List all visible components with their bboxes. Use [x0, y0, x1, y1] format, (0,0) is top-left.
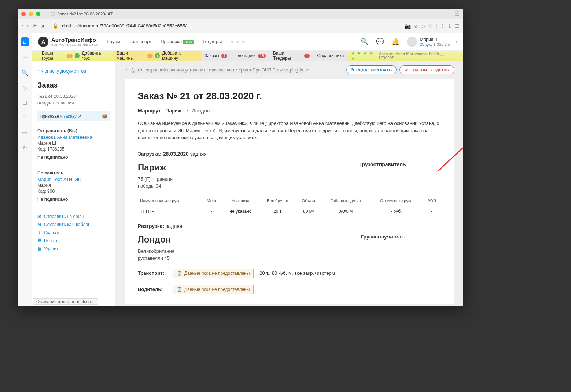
panel-news-icon[interactable]: ▭: [22, 129, 27, 136]
crypto-warning: ⚠ Для электронной подписи установите или…: [125, 67, 309, 73]
home-panel-icon[interactable]: ⌂: [21, 37, 29, 46]
nav-transport[interactable]: Транспорт: [129, 39, 152, 44]
edit-button[interactable]: ✎ РЕДАКТИРОВАТЬ: [346, 65, 397, 74]
sender-person: Мария Ш: [37, 141, 110, 146]
subnav-directories[interactable]: Справочники: [313, 51, 347, 61]
nav-tenders[interactable]: Тендеры: [202, 39, 222, 44]
heart-icon[interactable]: ♡: [428, 23, 433, 29]
panel-search-icon[interactable]: 🔍: [21, 69, 29, 76]
play-icon[interactable]: ▷: [421, 23, 425, 29]
action-delete[interactable]: 🗑Удалить: [37, 245, 110, 253]
user-days: 28 дн.,: [420, 42, 432, 47]
print-icon: 🖶: [37, 238, 42, 243]
brand-tagline: БИРЖА ГРУЗОПЕРЕВОЗОК: [51, 43, 98, 47]
table-row: ТНП (–)-не указано 20 т80 м³0/0/0 м - ру…: [138, 206, 441, 217]
mail-icon: ✉: [37, 214, 42, 219]
panel-grid-icon[interactable]: ⊞: [22, 99, 27, 106]
apps-grid-icon[interactable]: ⊞: [40, 23, 44, 29]
intro-text: ООО анна именуемое в дальнейшем «Заказчи…: [138, 120, 441, 141]
camera-icon[interactable]: 📷: [405, 23, 411, 29]
company-info: Иванова Анна Матвеевна, ИП Код: 1736205: [378, 51, 457, 60]
doc-type-title: Заказ: [37, 81, 110, 89]
external-link-icon: ↗: [78, 114, 81, 119]
notifications-icon[interactable]: 🔔: [391, 38, 399, 46]
subnav-tenders[interactable]: Ваши Тендеры1: [269, 51, 314, 61]
lock-icon: 🔒: [52, 23, 58, 29]
action-download[interactable]: ⤓Скачать: [37, 229, 110, 237]
sender-code: Код: 1736205: [37, 147, 110, 152]
nav-back-button[interactable]: ‹: [21, 23, 23, 29]
nav-more-icon[interactable]: ● ● ●: [231, 39, 246, 44]
loading-address: победы 34: [138, 182, 324, 190]
minimize-window-button[interactable]: [29, 12, 33, 16]
transport-row: Транспорт: ⌛Данные пока не предоставлены…: [138, 269, 441, 278]
nav-check[interactable]: ПроверкаNEW: [161, 39, 194, 44]
os-left-sidebar: ⌂ ☆ 🔍 ▷ ⊞ ♡ ▭ ↻: [18, 33, 32, 306]
tabs-menu-icon[interactable]: ☰: [454, 10, 460, 17]
download-icon[interactable]: ⤓: [447, 23, 452, 29]
downloads-tray-icon[interactable]: ☰: [455, 23, 460, 29]
loading-country: 75 (F), Франция: [138, 175, 324, 183]
subnav-orders[interactable]: Заказы4: [201, 51, 231, 61]
cancel-deal-button[interactable]: ⊘ ОТМЕНИТЬ СДЕЛКУ: [399, 65, 454, 74]
action-print[interactable]: 🖶Печать: [37, 237, 110, 245]
pending-badge: ⌛Данные пока не предоставлены: [173, 285, 254, 294]
url-field[interactable]: d.ati.su/document/738a00c39e744b04888d5d…: [62, 23, 401, 29]
status-bar: Ожидание ответа от d.ati.su…: [33, 298, 98, 305]
user-menu[interactable]: Мария Ш 28 дн., 1 026.2 ат. ▾: [407, 37, 457, 47]
reload-button[interactable]: ⟳: [33, 23, 37, 29]
pencil-icon: ✎: [351, 67, 354, 72]
site-sub-nav: Ваши грузы1 +Добавить груз Ваши машины1 …: [32, 51, 463, 61]
pending-badge: ⌛Данные пока не предоставлены: [173, 269, 254, 278]
site-logo[interactable]: А АвтоТрансИнфо БИРЖА ГРУЗОПЕРЕВОЗОК: [38, 37, 98, 47]
subnav-vehicles[interactable]: Ваши машины1 +Добавить машину: [113, 51, 201, 61]
document-side-panel: ‹ К списку документов Заказ №21 от 28.03…: [32, 61, 116, 306]
document-viewer: ⚠ Для электронной подписи установите или…: [116, 61, 463, 306]
sender-name-link[interactable]: Иванова Анна Матвеевна: [37, 135, 92, 140]
back-to-list-link[interactable]: ‹ К списку документов: [37, 68, 110, 74]
receiver-name-link[interactable]: Мария Тест АТИ, ИП: [37, 177, 81, 182]
hourglass-icon: ⌛: [177, 286, 182, 293]
linked-order-link[interactable]: к заказу: [60, 114, 77, 119]
plus-icon: +: [155, 53, 160, 58]
receiver-sign-status: Не подписано: [37, 197, 110, 202]
search-icon[interactable]: 🔍: [361, 38, 369, 46]
panel-history-icon[interactable]: ↻: [22, 144, 27, 151]
panel-heart-icon[interactable]: ♡: [22, 114, 27, 121]
address-bar: ‹ › ⟳ ⊞ | 🔒 d.ati.su/document/738a00c39e…: [18, 19, 463, 33]
nav-forward-button[interactable]: ›: [27, 23, 29, 29]
consignee-label: Грузополучатель: [324, 233, 441, 262]
share-icon[interactable]: ⇧: [440, 23, 445, 29]
cargo-table: Наименование грузаМестУпаковка Вес брутт…: [138, 196, 441, 217]
tab-title: Заказ №21от 28.03.2020- АТ: [57, 12, 113, 16]
subnav-platforms[interactable]: Площадки18: [231, 51, 269, 61]
shield-icon[interactable]: ⊘: [414, 23, 418, 29]
loading-spinner-icon: [51, 12, 55, 16]
sender-label: Отправитель (Вы): [37, 128, 110, 133]
trash-icon: 🗑: [37, 246, 42, 251]
action-send-email[interactable]: ✉Отправить на email: [37, 212, 110, 221]
browser-tab[interactable]: Заказ №21от 28.03.2020- АТ: [51, 12, 113, 16]
close-window-button[interactable]: [21, 12, 26, 16]
crypto-warning-link[interactable]: Для электронной подписи установите или в…: [131, 67, 303, 73]
action-save-template[interactable]: 🖫Сохранить как шаблон: [37, 221, 110, 229]
panel-send-icon[interactable]: ▷: [23, 84, 27, 91]
plus-icon: +: [75, 53, 80, 58]
user-balance: 1 026.2 ат.: [433, 42, 453, 47]
logo-icon: А: [38, 37, 48, 47]
new-tab-button[interactable]: +: [115, 11, 118, 17]
panel-star-icon[interactable]: ☆: [22, 54, 27, 61]
sender-sign-status: Не подписано: [37, 155, 110, 160]
new-badge: NEW: [183, 40, 194, 44]
unloading-city: Лондон: [138, 233, 324, 246]
receiver-person: Мария: [37, 183, 110, 188]
route-to: Лондон: [192, 108, 210, 114]
maximize-window-button[interactable]: [36, 12, 40, 16]
document-paper: Заказ № 21 от 28.03.2020 г. Маршрут: Пар…: [125, 79, 454, 304]
loading-city: Париж: [138, 161, 324, 174]
subnav-cargo[interactable]: Ваши грузы1 +Добавить груз: [38, 51, 113, 61]
chevron-left-icon: ‹: [37, 68, 39, 74]
nav-cargo[interactable]: Грузы: [107, 39, 120, 44]
messages-icon[interactable]: 💬: [376, 38, 384, 46]
driver-row: Водитель: ⌛Данные пока не предоставлены: [138, 285, 441, 294]
